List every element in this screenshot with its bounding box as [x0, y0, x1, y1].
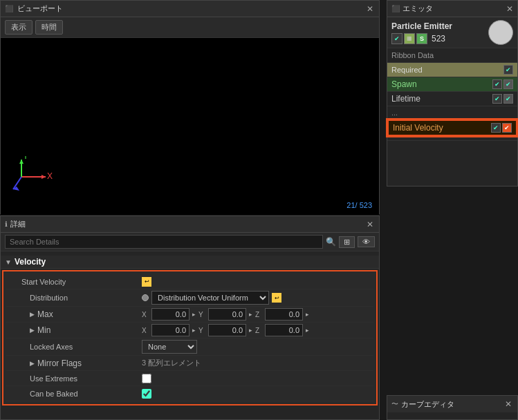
emitter-grid-icon[interactable]: ▦	[404, 33, 415, 44]
details-toolbar: 🔍 ⊞ 👁	[1, 233, 379, 251]
grid-view-button[interactable]: ⊞	[339, 236, 355, 248]
viewport-title: ビューポート	[17, 3, 361, 14]
module-required[interactable]: Required ✔	[387, 63, 517, 77]
module-velocity-check2[interactable]: ✔	[502, 123, 512, 133]
emitter-panel: ⬛ エミッタ ✕ Particle Emitter ✔ ▦ S 523 Ribb…	[387, 0, 518, 187]
module-lifetime-check1[interactable]: ✔	[492, 94, 502, 104]
start-velocity-row: Start Velocity ↩	[6, 274, 373, 289]
velocity-section-header[interactable]: ▼ Velocity	[1, 256, 379, 269]
viewport-axes: X Y	[11, 156, 53, 198]
min-z-input[interactable]	[265, 324, 303, 336]
details-icon: ℹ	[5, 220, 8, 228]
velocity-arrow-icon: ▼	[5, 258, 12, 266]
max-z-input[interactable]	[265, 308, 303, 321]
emitter-check-icon[interactable]: ✔	[391, 33, 403, 44]
details-titlebar: ℹ 詳細 ✕	[1, 216, 379, 233]
min-xyz-group: X ▸ Y ▸ Z ▸	[142, 324, 309, 336]
ribbon-data-label: Ribbon Data	[387, 48, 517, 63]
start-velocity-selected-area: Start Velocity ↩ Distribution Distributi…	[2, 270, 378, 405]
distribution-label: Distribution	[10, 294, 142, 302]
mirror-flags-text: 3 配列エレメント	[142, 358, 201, 368]
max-xyz-group: X ▸ Y ▸ Z ▸	[142, 308, 309, 321]
max-x-label: X	[142, 311, 149, 318]
curve-editor-close-button[interactable]: ✕	[503, 399, 513, 409]
min-row: ▶ Min X ▸ Y ▸ Z ▸	[6, 323, 373, 338]
min-value: X ▸ Y ▸ Z ▸	[142, 324, 369, 336]
max-y-arrow-icon: ▸	[249, 311, 252, 318]
min-label: ▶ Min	[10, 325, 142, 335]
module-initial-velocity[interactable]: Initial Velocity ✔ ✔	[387, 120, 517, 136]
max-value: X ▸ Y ▸ Z ▸	[142, 308, 369, 321]
module-lifetime-label: Lifetime	[391, 94, 420, 104]
locked-axes-select[interactable]: None	[142, 340, 197, 354]
search-icon-button[interactable]: 🔍	[326, 237, 336, 247]
curve-editor-panel: 〜 カーブエディタ ✕	[387, 395, 518, 420]
module-spawn-label: Spawn	[391, 79, 417, 89]
search-input[interactable]	[5, 235, 323, 249]
emitter-icon: ⬛	[391, 5, 400, 12]
velocity-section-title: Velocity	[15, 257, 46, 267]
module-required-check[interactable]: ✔	[503, 65, 513, 75]
can-be-baked-checkbox[interactable]	[142, 389, 151, 399]
start-velocity-label: Start Velocity	[10, 278, 142, 286]
svg-text:X: X	[47, 171, 53, 181]
module-spawn[interactable]: Spawn ✔ ✔	[387, 77, 517, 92]
distribution-reset-button[interactable]: ↩	[272, 293, 281, 303]
emitter-close-button[interactable]: ✕	[506, 4, 513, 14]
emitter-thumbnail	[488, 20, 513, 45]
module-required-label: Required	[391, 66, 423, 74]
use-extremes-row: Use Extremes	[6, 371, 373, 386]
svg-marker-1	[41, 175, 46, 179]
mirror-flags-value: 3 配列エレメント	[142, 358, 369, 368]
properties-content: ▼ Velocity Start Velocity ↩ Distribution…	[1, 251, 379, 420]
time-button[interactable]: 時間	[35, 20, 63, 35]
mirror-flags-label: ▶ Mirror Flags	[10, 359, 142, 368]
module-lifetime[interactable]: Lifetime ✔ ✔	[387, 92, 517, 106]
module-lifetime-check2[interactable]: ✔	[503, 94, 513, 104]
viewport-titlebar: ⬛ ビューポート ✕	[1, 1, 379, 17]
min-arrow-icon: ▶	[30, 327, 35, 334]
can-be-baked-label: Can be Baked	[10, 390, 142, 398]
min-x-input[interactable]	[151, 324, 189, 336]
min-x-arrow-icon: ▸	[192, 327, 196, 334]
use-extremes-label: Use Extremes	[10, 374, 142, 383]
mirror-flags-arrow-icon: ▶	[30, 360, 35, 367]
min-z-label: Z	[255, 327, 262, 334]
max-z-label: Z	[255, 311, 262, 318]
viewport-canvas: X Y 21/ 523	[1, 38, 379, 215]
module-bottom-partial	[387, 136, 517, 141]
max-y-label: Y	[198, 311, 205, 318]
module-velocity-check1[interactable]: ✔	[491, 123, 501, 133]
curve-editor-icon: 〜	[391, 399, 398, 409]
mirror-flags-row: ▶ Mirror Flags 3 配列エレメント	[6, 356, 373, 371]
viewport-panel: ⬛ ビューポート ✕ 表示 時間 X Y 21/ 523	[0, 0, 380, 214]
curve-editor-titlebar: 〜 カーブエディタ ✕	[387, 396, 517, 412]
module-partial[interactable]: ...	[387, 106, 517, 120]
eye-button[interactable]: 👁	[358, 236, 375, 247]
start-velocity-value: ↩	[142, 277, 369, 287]
emitter-title: エミッタ	[403, 3, 503, 14]
viewport-close-button[interactable]: ✕	[365, 4, 375, 14]
emitter-titlebar: ⬛ エミッタ ✕	[387, 1, 517, 17]
module-partial-label: ...	[391, 108, 398, 117]
max-x-input[interactable]	[151, 308, 189, 321]
can-be-baked-row: Can be Baked	[6, 386, 373, 401]
distribution-select[interactable]: Distribution Vector Uniform	[151, 291, 269, 305]
start-velocity-reset-button[interactable]: ↩	[142, 277, 151, 287]
module-spawn-check2[interactable]: ✔	[503, 79, 513, 89]
min-y-input[interactable]	[208, 324, 246, 336]
distribution-row: Distribution Distribution Vector Uniform…	[6, 289, 373, 307]
emitter-s-icon[interactable]: S	[416, 33, 427, 44]
module-initial-velocity-label: Initial Velocity	[393, 123, 443, 133]
details-panel: ℹ 詳細 ✕ 🔍 ⊞ 👁 ▼ Velocity Start Velocity ↩	[0, 216, 380, 420]
module-spawn-check1[interactable]: ✔	[492, 79, 502, 89]
max-x-arrow-icon: ▸	[192, 311, 196, 318]
max-z-arrow-icon: ▸	[306, 311, 309, 318]
min-y-label: Y	[198, 327, 205, 334]
display-button[interactable]: 表示	[5, 20, 33, 35]
use-extremes-checkbox[interactable]	[142, 374, 151, 383]
min-x-label: X	[142, 327, 149, 334]
details-close-button[interactable]: ✕	[365, 220, 375, 229]
details-title: 詳細	[10, 219, 362, 229]
max-y-input[interactable]	[208, 308, 246, 321]
